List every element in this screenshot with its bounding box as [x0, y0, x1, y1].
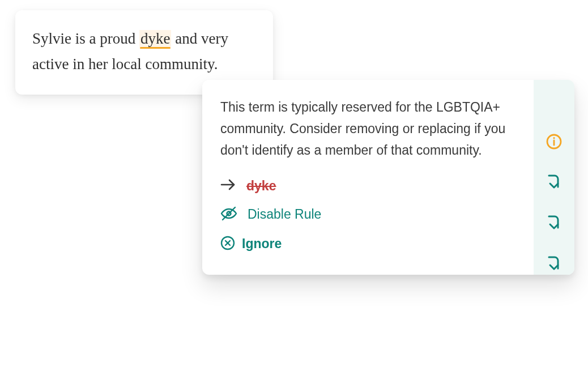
suggestion-description: This term is typically reserved for the … [220, 97, 517, 161]
next-suggestion-button-2[interactable] [544, 215, 564, 234]
eye-off-icon [220, 206, 237, 223]
sidebar-strip [534, 80, 574, 275]
replacement-row[interactable]: dyke [220, 178, 517, 194]
disable-rule-label: Disable Rule [248, 207, 321, 222]
corner-down-arrow-icon [546, 214, 562, 235]
suggestion-card: This term is typically reserved for the … [202, 80, 574, 275]
close-circle-icon [220, 236, 235, 253]
flagged-word[interactable]: dyke [139, 30, 171, 47]
info-button[interactable] [544, 133, 564, 152]
corner-down-arrow-icon [546, 173, 562, 194]
disable-rule-button[interactable]: Disable Rule [220, 206, 517, 223]
next-suggestion-button-1[interactable] [544, 174, 564, 193]
text-before: Sylvie is a proud [32, 30, 139, 47]
corner-down-arrow-icon [546, 255, 562, 275]
next-suggestion-button-3[interactable] [544, 255, 564, 275]
editor-text[interactable]: Sylvie is a proud dyke and very active i… [32, 26, 256, 76]
arrow-right-icon [220, 178, 236, 193]
info-icon [546, 133, 563, 152]
ignore-button[interactable]: Ignore [220, 236, 517, 253]
suggestion-content: This term is typically reserved for the … [202, 80, 534, 275]
replacement-term: dyke [246, 178, 276, 194]
ignore-label: Ignore [242, 236, 282, 252]
